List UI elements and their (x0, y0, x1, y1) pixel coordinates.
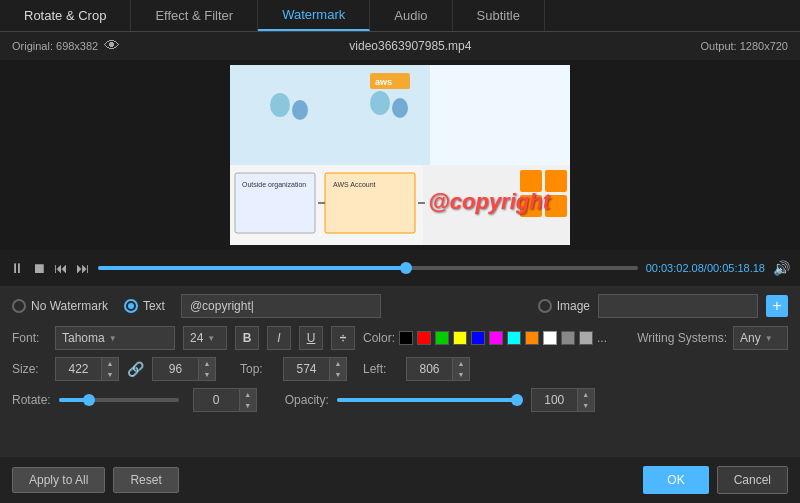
rotate-up[interactable]: ▲ (240, 389, 256, 400)
top-spinbox[interactable]: ▲ ▼ (283, 357, 347, 381)
height-spinbox[interactable]: ▲ ▼ (152, 357, 216, 381)
bottom-left: Apply to All Reset (12, 467, 179, 493)
add-image-button[interactable]: + (766, 295, 788, 317)
image-radio[interactable] (538, 299, 552, 313)
progress-fill (98, 266, 406, 270)
text-watermark-option[interactable]: Text (124, 299, 165, 313)
underline-button[interactable]: U (299, 326, 323, 350)
image-path-input[interactable] (598, 294, 758, 318)
rotate-spinbox[interactable]: ▲ ▼ (193, 388, 257, 412)
next-button[interactable]: ⏭ (76, 260, 90, 276)
color-black[interactable] (399, 331, 413, 345)
cancel-button[interactable]: Cancel (717, 466, 788, 494)
color-cyan[interactable] (507, 331, 521, 345)
top-label: Top: (240, 362, 275, 376)
color-yellow[interactable] (453, 331, 467, 345)
ok-button[interactable]: OK (643, 466, 708, 494)
top-up[interactable]: ▲ (330, 358, 346, 369)
color-red[interactable] (417, 331, 431, 345)
color-magenta[interactable] (489, 331, 503, 345)
rotate-down[interactable]: ▼ (240, 400, 256, 411)
left-up[interactable]: ▲ (453, 358, 469, 369)
tab-watermark[interactable]: Watermark (258, 0, 370, 31)
reset-button[interactable]: Reset (113, 467, 178, 493)
progress-bar[interactable] (98, 266, 638, 270)
writing-systems-section: Writing Systems: Any ▼ (637, 326, 788, 350)
svg-text:Outside organization: Outside organization (242, 181, 306, 189)
image-section: Image + (538, 294, 788, 318)
opacity-spinbox[interactable]: ▲ ▼ (531, 388, 595, 412)
filename-label: video3663907985.mp4 (349, 39, 471, 53)
color-orange[interactable] (525, 331, 539, 345)
opacity-up[interactable]: ▲ (578, 389, 594, 400)
color-label: Color: (363, 331, 395, 345)
writing-dropdown-arrow: ▼ (765, 334, 773, 343)
left-spinbox[interactable]: ▲ ▼ (406, 357, 470, 381)
tab-rotate-crop[interactable]: Rotate & Crop (0, 0, 131, 31)
rotate-row: Rotate: ▲ ▼ Opacity: ▲ ▼ (12, 388, 788, 412)
pause-button[interactable]: ⏸ (10, 260, 24, 276)
watermark-text-input[interactable] (181, 294, 381, 318)
more-colors-button[interactable]: ... (597, 331, 607, 345)
font-family-select[interactable]: Tahoma ▼ (55, 326, 175, 350)
opacity-thumb[interactable] (511, 394, 523, 406)
bold-button[interactable]: B (235, 326, 259, 350)
bottom-right: OK Cancel (643, 466, 788, 494)
width-down[interactable]: ▼ (102, 369, 118, 380)
rotate-input[interactable] (194, 389, 239, 411)
prev-button[interactable]: ⏮ (54, 260, 68, 276)
width-input[interactable] (56, 358, 101, 380)
opacity-input[interactable] (532, 389, 577, 411)
link-dimensions-icon[interactable]: 🔗 (127, 361, 144, 377)
tab-audio[interactable]: Audio (370, 0, 452, 31)
color-blue[interactable] (471, 331, 485, 345)
left-input[interactable] (407, 358, 452, 380)
rotate-fill (59, 398, 89, 402)
playback-bar: ⏸ ⏹ ⏮ ⏭ 00:03:02.08/00:05:18.18 🔊 (0, 250, 800, 286)
width-up[interactable]: ▲ (102, 358, 118, 369)
watermark-type-row: No Watermark Text Image + (12, 294, 788, 318)
eye-icon[interactable]: 👁 (104, 37, 120, 55)
strikethrough-button[interactable]: ÷ (331, 326, 355, 350)
color-white[interactable] (543, 331, 557, 345)
height-input[interactable] (153, 358, 198, 380)
volume-icon[interactable]: 🔊 (773, 260, 790, 276)
svg-text:aws: aws (375, 77, 392, 87)
opacity-fill (337, 398, 517, 402)
left-down[interactable]: ▼ (453, 369, 469, 380)
svg-point-4 (270, 93, 290, 117)
image-watermark-option[interactable]: Image (538, 299, 590, 313)
tab-subtitle[interactable]: Subtitle (453, 0, 545, 31)
height-down[interactable]: ▼ (199, 369, 215, 380)
top-down[interactable]: ▼ (330, 369, 346, 380)
progress-thumb[interactable] (400, 262, 412, 274)
rotate-label: Rotate: (12, 393, 51, 407)
tab-effect-filter[interactable]: Effect & Filter (131, 0, 258, 31)
opacity-down[interactable]: ▼ (578, 400, 594, 411)
color-gray2[interactable] (579, 331, 593, 345)
color-section: Color: ... (363, 331, 607, 345)
original-info: Original: 698x382 👁 (12, 37, 120, 55)
size-label: Size: (12, 362, 47, 376)
italic-button[interactable]: I (267, 326, 291, 350)
writing-systems-select[interactable]: Any ▼ (733, 326, 788, 350)
height-up[interactable]: ▲ (199, 358, 215, 369)
text-radio[interactable] (124, 299, 138, 313)
stop-button[interactable]: ⏹ (32, 260, 46, 276)
font-size-select[interactable]: 24 ▼ (183, 326, 227, 350)
top-input[interactable] (284, 358, 329, 380)
bottom-bar: Apply to All Reset OK Cancel (0, 457, 800, 503)
info-bar: Original: 698x382 👁 video3663907985.mp4 … (0, 32, 800, 60)
color-gray1[interactable] (561, 331, 575, 345)
rotate-slider[interactable] (59, 398, 179, 402)
width-spinbox[interactable]: ▲ ▼ (55, 357, 119, 381)
apply-to-all-button[interactable]: Apply to All (12, 467, 105, 493)
rotate-thumb[interactable] (83, 394, 95, 406)
left-label: Left: (363, 362, 398, 376)
no-watermark-option[interactable]: No Watermark (12, 299, 108, 313)
opacity-slider[interactable] (337, 398, 517, 402)
video-thumbnail: aws Outside organization AWS Account (230, 65, 570, 245)
color-green[interactable] (435, 331, 449, 345)
no-watermark-radio[interactable] (12, 299, 26, 313)
opacity-label: Opacity: (285, 393, 329, 407)
